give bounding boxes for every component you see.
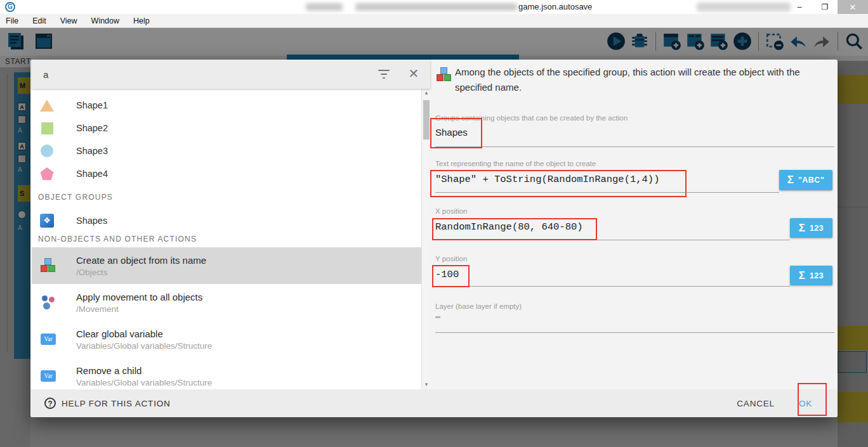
annotation-box-x-position <box>432 218 597 240</box>
menu-window[interactable]: Window <box>91 16 119 25</box>
redacted-title-text <box>306 3 343 11</box>
menu-help[interactable]: Help <box>133 16 150 25</box>
list-item-shape3[interactable]: Shape3 <box>32 139 421 162</box>
list-item-shape1[interactable]: Shape1 <box>32 94 421 117</box>
create-object-icon <box>39 258 57 273</box>
add-subevent-icon[interactable] <box>685 31 706 51</box>
toolbar <box>0 28 868 56</box>
variable-icon: Var <box>39 370 57 382</box>
redo-icon[interactable] <box>812 31 832 51</box>
gdevelop-logo-icon: G <box>5 2 15 12</box>
section-header-object-groups: OBJECT GROUPS <box>32 185 421 209</box>
object-group-icon: ❖ <box>39 214 55 228</box>
minimize-button[interactable]: – <box>787 0 812 14</box>
x-position-field-label: X position <box>435 207 468 215</box>
remove-selection-icon[interactable] <box>765 31 785 51</box>
object-name-field-label: Text representing the name of the object… <box>435 160 596 167</box>
list-item-create-object[interactable]: Create an object from its name /Objects <box>32 247 421 284</box>
add-comment-icon[interactable] <box>709 31 729 51</box>
debug-icon[interactable] <box>629 31 650 51</box>
menu-file[interactable]: File <box>6 16 18 25</box>
annotation-box-y-position <box>432 265 470 287</box>
search-input[interactable] <box>32 69 377 80</box>
tab-start-label[interactable]: START <box>5 57 31 66</box>
layer-field-label: Layer (base layer if empty) <box>435 302 522 310</box>
help-circle-icon: ? <box>44 398 56 409</box>
movement-icon <box>39 295 57 310</box>
play-icon[interactable] <box>606 31 626 51</box>
menu-view[interactable]: View <box>60 16 77 25</box>
filter-icon[interactable] <box>377 69 391 79</box>
list-item-clear-global-variable[interactable]: Var Clear global variable Variables/Glob… <box>32 321 421 358</box>
menu-bar: File Edit View Window Help <box>0 14 868 28</box>
layer-field-value[interactable]: "" <box>435 315 440 323</box>
scroll-down-icon[interactable]: ▼ <box>422 380 431 389</box>
title-bar: G game.json.autosave – ❐ ✕ <box>0 0 868 14</box>
list-item-remove-child[interactable]: Var Remove a child Variables/Global vari… <box>32 358 421 389</box>
list-item-apply-movement[interactable]: Apply movement to all objects /Movement <box>32 284 421 321</box>
section-header-non-objects: NON-OBJECTS AND OTHER ACTIONS <box>32 232 421 247</box>
maximize-button[interactable]: ❐ <box>812 0 838 14</box>
redacted-path-text <box>355 3 517 11</box>
window-title: game.json.autosave <box>518 2 592 11</box>
square-icon <box>39 122 55 134</box>
events-sheet-left-sliver: M A A A A S A <box>0 67 30 447</box>
action-description: Among the objects of the specified group… <box>455 65 836 95</box>
redacted-region <box>697 3 791 11</box>
events-sheet-icon[interactable] <box>5 31 27 53</box>
search-bar: ✕ <box>32 60 430 89</box>
list-item-shape4[interactable]: Shape4 <box>32 162 421 185</box>
undo-icon[interactable] <box>788 31 808 51</box>
expression-builder-button-x[interactable]: Σ 123 <box>790 218 832 238</box>
scrollbar-thumb[interactable] <box>423 100 430 139</box>
annotation-box-groups <box>430 118 482 148</box>
events-sheet-right-sliver <box>838 61 868 447</box>
annotation-box-object-name <box>430 170 687 197</box>
menu-edit[interactable]: Edit <box>32 16 46 25</box>
action-editor-dialog: ✕ Shape1 Shape2 Shape3 Shape4 OBJECT GRO… <box>30 60 838 417</box>
list-item-group-shapes[interactable]: ❖ Shapes <box>32 209 421 232</box>
annotation-box-ok <box>798 383 827 416</box>
add-circle-icon[interactable] <box>732 31 753 51</box>
expression-builder-button-abc[interactable]: Σ "ABC" <box>779 170 832 190</box>
close-button[interactable]: ✕ <box>838 0 868 14</box>
action-parameters-panel: Among the objects of the specified group… <box>430 60 838 389</box>
search-icon[interactable] <box>844 31 864 51</box>
scroll-up-icon[interactable]: ▲ <box>422 89 431 98</box>
scene-window-icon[interactable] <box>33 31 55 53</box>
triangle-icon <box>39 100 55 112</box>
action-chooser-panel: ✕ Shape1 Shape2 Shape3 Shape4 OBJECT GRO… <box>32 60 430 389</box>
list-item-shape2[interactable]: Shape2 <box>32 117 421 139</box>
search-results-list: Shape1 Shape2 Shape3 Shape4 OBJECT GROUP… <box>32 89 421 389</box>
variable-icon: Var <box>39 334 57 345</box>
help-link[interactable]: ? HELP FOR THIS ACTION <box>44 398 171 409</box>
expression-builder-button-y[interactable]: Σ 123 <box>790 266 832 285</box>
add-event-icon[interactable] <box>662 31 682 51</box>
circle-icon <box>39 145 55 157</box>
y-position-field-label: Y position <box>435 255 467 262</box>
list-scrollbar[interactable]: ▲ ▼ <box>421 89 430 389</box>
cancel-button[interactable]: CANCEL <box>737 399 775 408</box>
dialog-footer: ? HELP FOR THIS ACTION CANCEL OK <box>30 389 838 417</box>
clear-search-icon[interactable]: ✕ <box>407 68 420 81</box>
pentagon-icon <box>39 167 55 180</box>
